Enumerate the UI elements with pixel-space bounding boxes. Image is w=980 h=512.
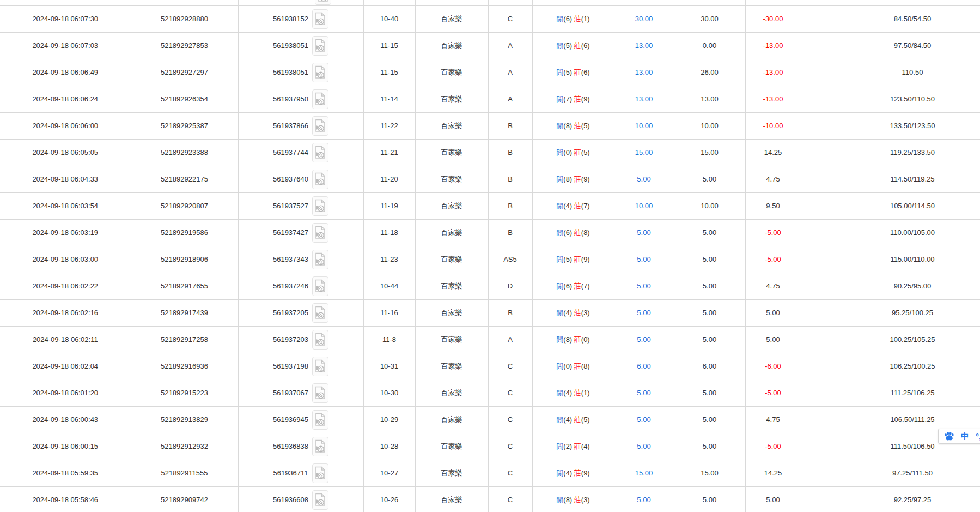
room-grade-cell: B [488,219,532,246]
bet-id-cell: 521892917439 [131,299,238,326]
game-result-cell: 閒(5) 莊(6) [532,59,614,86]
ime-punctuation-toggle[interactable]: °, [976,432,980,441]
bet-id-cell: 521892923388 [131,139,238,166]
round-id: 561937866 [273,122,308,130]
game-type-cell: 百家樂 [415,192,488,219]
player-score: (6) [563,228,572,237]
bet-time-cell: 2024-09-18 06:01:20 [0,380,131,406]
video-replay-button[interactable] [312,383,328,403]
video-replay-button[interactable] [312,170,328,189]
room-grade-cell: C [488,460,532,486]
player-label: 閒 [556,362,563,370]
win-loss-cell: -13.00 [745,86,801,112]
bet-amount-cell: 5.00 [614,166,674,192]
round-cell: 561937427 [238,219,363,246]
video-replay-button[interactable] [312,36,328,56]
round-id: 561938051 [273,41,308,50]
table-row: 2024-09-18 06:00:15 521892912932 5619368… [0,433,980,460]
video-file-icon [315,199,326,213]
valid-amount-cell [674,0,745,5]
bet-amount-cell: 5.00 [614,246,674,273]
game-type-cell: 百家樂 [415,59,488,86]
table-number-cell: 11-18 [363,219,415,246]
video-file-icon [315,119,326,132]
room-grade-cell: AS5 [488,246,532,273]
video-replay-button[interactable] [312,196,328,216]
game-result-cell: 閒(4) 莊(1) [532,380,614,406]
game-result-cell: 閒(8) 莊(0) [532,326,614,353]
round-cell: 561938152 [238,5,363,32]
player-score: (4) [563,309,572,317]
video-replay-button[interactable] [312,9,328,29]
game-type-cell [415,0,488,5]
banker-score: (6) [581,41,590,50]
table-row: 2024-09-18 06:06:49 521892927297 5619380… [0,59,980,86]
bet-id-cell: 521892925387 [131,112,238,139]
room-grade-cell [488,0,532,5]
video-replay-button[interactable] [312,303,328,323]
round-cell: 561938051 [238,59,363,86]
bet-amount-cell: 5.00 [614,380,674,406]
round-id: 561936608 [273,496,308,504]
video-replay-button[interactable] [312,357,328,376]
ime-language-toggle[interactable]: 中 [961,431,969,442]
video-file-icon [318,0,328,2]
win-loss-cell [745,0,801,5]
banker-label: 莊 [574,442,581,450]
balance-cell: 123.50/110.50 [801,86,980,112]
bet-id-cell: 521892916936 [131,353,238,380]
banker-score: (1) [581,15,590,23]
bet-amount-cell: 10.00 [614,112,674,139]
round-cell [238,0,363,5]
round-cell: 561936608 [238,486,363,512]
video-file-icon [315,39,326,52]
win-loss-cell: -5.00 [745,380,801,406]
player-score: (6) [563,282,572,290]
table-number-cell: 11-15 [363,32,415,59]
win-loss-cell: 9.50 [745,192,801,219]
player-label: 閒 [556,282,563,290]
room-grade-cell: C [488,353,532,380]
video-replay-button[interactable] [312,89,328,109]
game-type-cell: 百家樂 [415,86,488,112]
bet-amount-cell: 5.00 [614,326,674,353]
table-row-cutoff [0,0,980,5]
player-label: 閒 [556,335,563,344]
player-score: (6) [563,15,572,23]
video-replay-button[interactable] [312,410,328,430]
bet-id-cell: 521892915223 [131,380,238,406]
baidu-ime-paw-icon[interactable] [944,432,954,441]
banker-score: (9) [581,95,590,103]
round-id: 561938051 [273,68,308,76]
video-replay-button[interactable] [315,0,331,5]
room-grade-cell: C [488,486,532,512]
bet-amount-cell: 5.00 [614,486,674,512]
balance-cell: 97.25/111.50 [801,460,980,486]
video-replay-button[interactable] [312,63,328,82]
video-replay-button[interactable] [312,223,328,243]
round-id: 561938152 [273,15,308,23]
video-replay-button[interactable] [312,250,328,269]
bet-id-cell: 521892918906 [131,246,238,273]
banker-label: 莊 [574,255,581,263]
game-type-cell: 百家樂 [415,139,488,166]
round-id: 561937744 [273,148,308,156]
table-number-cell: 10-44 [363,273,415,299]
banker-score: (5) [581,122,590,130]
bet-time-cell: 2024-09-18 06:02:11 [0,326,131,353]
table-number-cell: 11-15 [363,59,415,86]
table-row: 2024-09-18 06:02:04 521892916936 5619371… [0,353,980,380]
video-replay-button[interactable] [312,276,328,296]
video-replay-button[interactable] [312,116,328,136]
game-result-cell: 閒(8) 莊(9) [532,166,614,192]
video-replay-button[interactable] [312,490,328,510]
video-replay-button[interactable] [312,143,328,162]
video-replay-button[interactable] [312,437,328,456]
round-cell: 561937343 [238,246,363,273]
round-id: 561937205 [273,309,308,317]
video-replay-button[interactable] [312,463,328,483]
bet-id-cell: 521892919586 [131,219,238,246]
bet-time-cell: 2024-09-18 06:03:00 [0,246,131,273]
video-replay-button[interactable] [312,330,328,350]
bet-amount-cell: 13.00 [614,59,674,86]
